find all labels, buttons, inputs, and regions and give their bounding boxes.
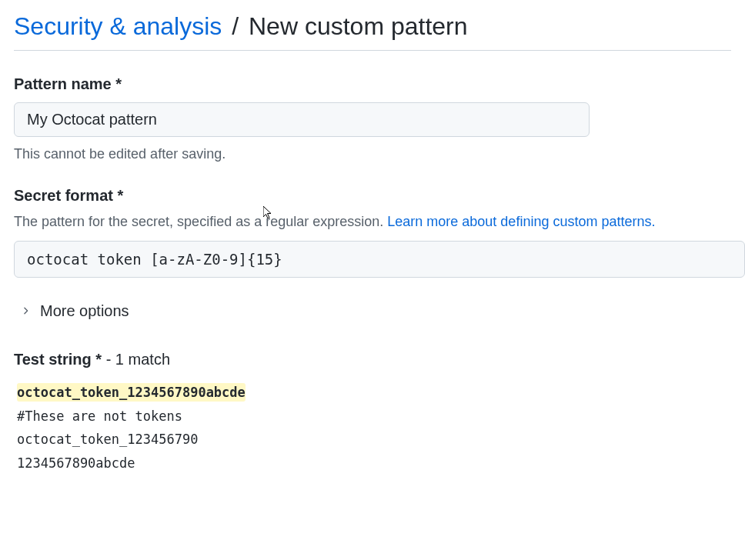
test-string-label-text: Test string *: [14, 351, 102, 368]
learn-more-link[interactable]: Learn more about defining custom pattern…: [387, 214, 655, 229]
test-line: octocat_token_1234567890abcde: [17, 381, 731, 405]
breadcrumb-separator: /: [232, 12, 239, 40]
test-string-area[interactable]: octocat_token_1234567890abcde#These are …: [14, 381, 731, 475]
test-string-label: Test string * - 1 match: [14, 351, 731, 368]
secret-format-group: Secret format * The pattern for the secr…: [14, 187, 731, 278]
secret-format-help-text: The pattern for the secret, specified as…: [14, 214, 387, 229]
chevron-right-icon: [20, 302, 31, 320]
breadcrumb: Security & analysis / New custom pattern: [14, 12, 731, 51]
test-string-section: Test string * - 1 match octocat_token_12…: [14, 351, 731, 475]
more-options-toggle[interactable]: More options: [14, 302, 731, 320]
breadcrumb-current: New custom pattern: [249, 12, 468, 40]
secret-format-input[interactable]: [14, 241, 745, 278]
test-line: #These are not tokens: [17, 405, 731, 428]
secret-format-label: Secret format *: [14, 187, 731, 205]
pattern-name-label: Pattern name *: [14, 75, 731, 93]
more-options-label: More options: [40, 302, 129, 320]
test-line: 1234567890abcde: [17, 452, 731, 475]
test-string-match-count: - 1 match: [102, 351, 170, 368]
pattern-name-group: Pattern name * This cannot be edited aft…: [14, 75, 731, 162]
test-line: octocat_token_123456790: [17, 428, 731, 452]
breadcrumb-link-security[interactable]: Security & analysis: [14, 12, 222, 40]
secret-format-help: The pattern for the secret, specified as…: [14, 214, 731, 230]
pattern-name-help: This cannot be edited after saving.: [14, 146, 731, 162]
pattern-name-input[interactable]: [14, 102, 590, 137]
matched-text: octocat_token_1234567890abcde: [17, 383, 246, 402]
